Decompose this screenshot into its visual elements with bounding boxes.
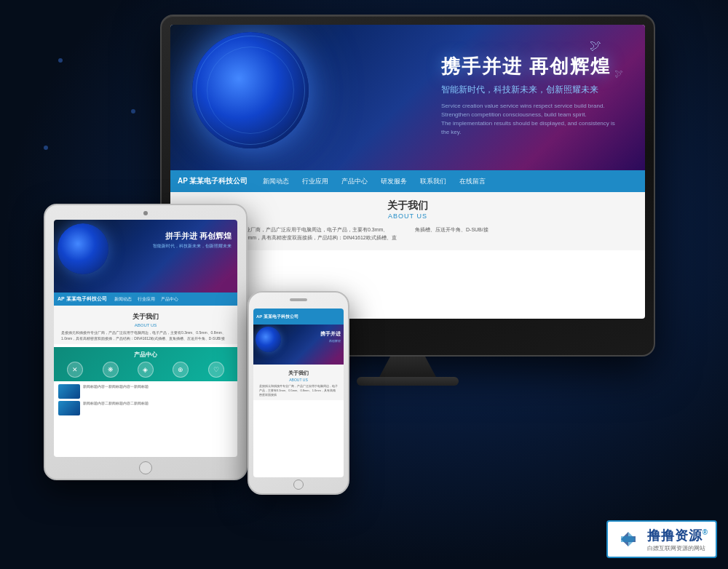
product-icon-5: ♡	[208, 362, 224, 378]
nav-item-message[interactable]: 在线留言	[459, 177, 486, 186]
about-body: 是接插元和插接件专业厂商，产品广泛应用于电脑周边，电子产品，主要有0.3mm、0…	[199, 226, 616, 242]
globe-graphic	[192, 32, 309, 148]
phone-about-sub: ABOUT US	[256, 378, 341, 382]
hero-body: Service creation value service wins resp…	[441, 102, 616, 137]
product-icon-1: ✕	[67, 362, 83, 378]
tablet-nav-products[interactable]: 产品中心	[161, 296, 178, 303]
tablet-frame: 拼手并进 再创辉煌 智能新时代，科技新未来，创新照耀未来 AP 某某电子科技公司…	[44, 204, 248, 480]
phone-speaker	[290, 298, 307, 301]
nav-item-industry[interactable]: 行业应用	[302, 177, 328, 186]
hero-subtitle: 智能新时代，科技新未来，创新照耀未来	[441, 84, 616, 96]
phone-device: AP 某某电子科技公司 携手并进 再创辉煌 关于我们 ABOUT US 是接插元…	[248, 291, 349, 495]
product-icon-4: ⊕	[173, 362, 189, 378]
bird-icon-2: 🕊	[614, 68, 623, 79]
phone-frame: AP 某某电子科技公司 携手并进 再创辉煌 关于我们 ABOUT US 是接插元…	[248, 291, 349, 495]
tablet-about-body: 是接插元和插接件专业厂商，产品广泛应用于电脑周边，电子产品，主要有0.3mm、0…	[57, 330, 234, 341]
tablet-nav-news[interactable]: 新闻动态	[114, 296, 132, 303]
watermark-svg	[615, 526, 641, 552]
tablet-product-icons: ✕ ❋ ◈ ⊕ ♡	[58, 362, 234, 378]
phone-screen: AP 某某电子科技公司 携手并进 再创辉煌 关于我们 ABOUT US 是接插元…	[253, 309, 344, 477]
watermark-brand: 撸撸资源®	[647, 527, 708, 544]
phone-about-section: 关于我们 ABOUT US 是接插元和插接件专业厂商，产品广泛应用于电脑周边，电…	[253, 365, 344, 400]
phone-about-title: 关于我们	[256, 367, 341, 378]
tablet-device: 拼手并进 再创辉煌 智能新时代，科技新未来，创新照耀未来 AP 某某电子科技公司…	[44, 204, 248, 480]
tablet-camera	[143, 211, 148, 215]
hero-section: 携手并进 再创辉煌 智能新时代，科技新未来，创新照耀未来 Service cre…	[170, 25, 645, 170]
tablet-hero: 拼手并进 再创辉煌 智能新时代，科技新未来，创新照耀未来	[54, 220, 237, 293]
hero-title: 携手并进 再创辉煌	[441, 54, 616, 79]
tablet-news-img-2	[58, 401, 80, 415]
tablet-globe	[58, 223, 108, 274]
phone-hero: 携手并进 再创辉煌	[253, 325, 344, 365]
network-dot	[58, 58, 63, 63]
phone-hero-title: 携手并进	[320, 330, 341, 338]
product-icon-3: ◈	[138, 362, 154, 378]
nav-item-rd[interactable]: 研发服务	[381, 177, 407, 186]
phone-logo: AP 某某电子科技公司	[256, 314, 298, 320]
tablet-hero-title: 拼手并进 再创辉煌	[165, 231, 232, 242]
product-icon-2: ❋	[103, 362, 119, 378]
tablet-news-item-2: 新闻标题内容二新闻标题内容二新闻标题	[58, 401, 233, 415]
nav-item-news[interactable]: 新闻动态	[263, 177, 289, 186]
about-subtitle: ABOUT US	[199, 212, 616, 220]
tablet-about-title: 关于我们	[57, 309, 234, 323]
tablet-logo: AP 某某电子科技公司	[58, 295, 107, 303]
watermark-logo-icon	[615, 526, 641, 552]
nav-item-products[interactable]: 产品中心	[341, 177, 368, 186]
phone-header: AP 某某电子科技公司	[253, 309, 344, 325]
monitor-base	[357, 377, 459, 386]
network-dot	[131, 109, 135, 114]
tablet-news-img-1	[58, 384, 80, 399]
tablet-about-sub: ABOUT US	[57, 323, 234, 327]
phone-home-button[interactable]	[293, 480, 304, 490]
tablet-news-text-2: 新闻标题内容二新闻标题内容二新闻标题	[83, 401, 149, 415]
watermark-slogan: 白嫖互联网资源的网站	[647, 544, 708, 552]
tablet-nav[interactable]: AP 某某电子科技公司 新闻动态 行业应用 产品中心	[54, 293, 237, 306]
network-dot	[44, 146, 48, 150]
phone-hero-sub: 再创辉煌	[329, 339, 341, 343]
watermark: 撸撸资源® 白嫖互联网资源的网站	[606, 520, 717, 558]
nav-item-contact[interactable]: 联系我们	[420, 177, 446, 186]
tablet-home-button[interactable]	[139, 461, 152, 474]
tablet-screen: 拼手并进 再创辉煌 智能新时代，科技新未来，创新照耀未来 AP 某某电子科技公司…	[54, 220, 237, 457]
tablet-products: 产品中心 ✕ ❋ ◈ ⊕ ♡	[54, 347, 237, 381]
bird-icon: 🕊	[590, 39, 601, 52]
tablet-about-section: 关于我们 ABOUT US 是接插元和插接件专业厂商，产品广泛应用于电脑周边，电…	[54, 306, 237, 344]
nav-items: 新闻动态 行业应用 产品中心 研发服务 联系我们 在线留言	[263, 177, 486, 186]
watermark-text-block: 撸撸资源® 白嫖互联网资源的网站	[647, 527, 708, 552]
phone-globe	[256, 327, 281, 352]
about-title: 关于我们	[199, 199, 616, 212]
tablet-hero-sub: 智能新时代，科技新未来，创新照耀未来	[153, 243, 232, 250]
tablet-news: 新闻标题内容一新闻标题内容一新闻标题 新闻标题内容二新闻标题内容二新闻标题	[54, 381, 237, 421]
nav-bar[interactable]: AP 某某电子科技公司 新闻动态 行业应用 产品中心 研发服务 联系我们 在线留…	[170, 170, 645, 192]
tablet-news-text-1: 新闻标题内容一新闻标题内容一新闻标题	[83, 384, 149, 399]
nav-logo: AP 某某电子科技公司	[178, 176, 248, 186]
hero-text-block: 携手并进 再创辉煌 智能新时代，科技新未来，创新照耀未来 Service cre…	[441, 54, 616, 137]
tablet-nav-industry[interactable]: 行业应用	[138, 296, 155, 303]
phone-about-body: 是接插元和插接件专业厂商，产品广泛应用于电脑周边，电子产品，主要有0.3mm、0…	[256, 384, 341, 397]
tablet-nav-items: 新闻动态 行业应用 产品中心	[114, 296, 178, 303]
tablet-news-item-1: 新闻标题内容一新闻标题内容一新闻标题	[58, 384, 233, 399]
tablet-products-title: 产品中心	[58, 351, 234, 359]
